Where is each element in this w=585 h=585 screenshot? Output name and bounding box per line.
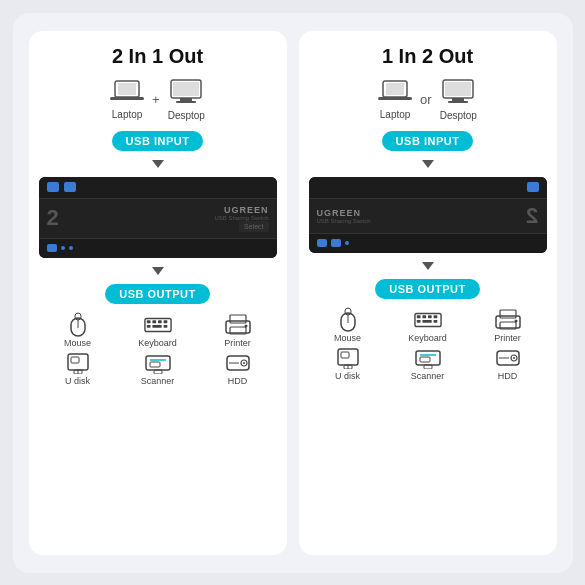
- left-acc-hdd: HDD: [199, 352, 277, 386]
- svg-rect-36: [378, 97, 412, 100]
- left-usb-output-badge: USB OUTPUT: [105, 284, 210, 304]
- right-printer-icon: [494, 309, 522, 331]
- right-keyboard-icon: [414, 309, 442, 331]
- right-udisk-label: U disk: [335, 371, 360, 381]
- left-laptop-label: Laptop: [112, 109, 143, 120]
- right-acc-udisk: U disk: [309, 347, 387, 381]
- desktop-icon: [169, 78, 203, 106]
- mouse-icon: [64, 314, 92, 336]
- left-acc-scanner: Scanner: [119, 352, 197, 386]
- right-usb-port-bottom-2: [331, 239, 341, 247]
- left-usb-port-2: [64, 182, 76, 192]
- svg-rect-13: [158, 320, 162, 323]
- left-accessories-grid: Mouse Keyboard: [39, 314, 277, 386]
- svg-rect-49: [416, 320, 420, 323]
- right-desktop-label: Desptop: [440, 110, 477, 121]
- right-acc-keyboard: Keyboard: [389, 309, 467, 343]
- udisk-icon: [64, 352, 92, 374]
- svg-rect-40: [448, 101, 468, 103]
- right-desktop-icon: [441, 78, 475, 106]
- right-led-1: [345, 241, 349, 245]
- right-device-box: 2 UGREEN USB Sharing Switch: [309, 177, 547, 253]
- right-acc-mouse: Mouse: [309, 309, 387, 343]
- svg-rect-62: [420, 357, 430, 362]
- left-led-1: [61, 246, 65, 250]
- svg-rect-5: [180, 98, 192, 101]
- left-panel-title: 2 In 1 Out: [112, 45, 203, 68]
- svg-rect-51: [433, 320, 437, 323]
- svg-rect-1: [118, 83, 136, 95]
- left-usb-port-1: [47, 182, 59, 192]
- left-brand-name: UGREEN: [224, 205, 269, 215]
- left-acc-udisk: U disk: [39, 352, 117, 386]
- left-brand-sub: USB Sharing Switch: [214, 215, 268, 221]
- svg-point-55: [514, 319, 517, 322]
- right-usb-port-bottom-1: [317, 239, 327, 247]
- right-usb-output-badge: USB OUTPUT: [375, 279, 480, 299]
- svg-rect-15: [146, 325, 150, 328]
- printer-icon: [224, 314, 252, 336]
- svg-rect-4: [173, 82, 199, 96]
- svg-rect-12: [152, 320, 156, 323]
- left-device-middle: 2 UGREEN USB Sharing Switch Select: [39, 199, 277, 238]
- right-device-top: [309, 177, 547, 199]
- left-acc-keyboard: Keyboard: [119, 314, 197, 348]
- left-printer-label: Printer: [224, 338, 251, 348]
- left-desktop-source: Desptop: [168, 78, 205, 121]
- right-mouse-icon: [334, 309, 362, 331]
- right-desktop-source: Desptop: [440, 78, 477, 121]
- left-device-box: 2 UGREEN USB Sharing Switch Select: [39, 177, 277, 258]
- left-device-top: [39, 177, 277, 199]
- svg-rect-14: [163, 320, 167, 323]
- svg-rect-11: [146, 320, 150, 323]
- left-laptop-source: Laptop: [110, 79, 144, 120]
- svg-rect-2: [110, 97, 144, 100]
- svg-rect-28: [150, 362, 160, 367]
- left-keyboard-label: Keyboard: [138, 338, 177, 348]
- left-device-brand: UGREEN USB Sharing Switch Select: [214, 205, 268, 232]
- left-device-bottom: [39, 238, 277, 258]
- svg-point-21: [244, 324, 247, 327]
- right-udisk-icon: [334, 347, 362, 369]
- left-scanner-label: Scanner: [141, 376, 175, 386]
- right-scanner-label: Scanner: [411, 371, 445, 381]
- right-device-number: 2: [526, 205, 538, 227]
- scanner-icon: [144, 352, 172, 374]
- right-hdd-icon: [494, 347, 522, 369]
- svg-rect-46: [422, 315, 426, 318]
- left-device-number: 2: [47, 207, 59, 229]
- right-laptop-icon: [378, 79, 412, 105]
- right-brand-sub: USB Sharing Switch: [317, 218, 371, 224]
- right-mouse-label: Mouse: [334, 333, 361, 343]
- left-arrow-1: [152, 160, 164, 168]
- right-arrow-1: [422, 160, 434, 168]
- right-device-brand: UGREEN USB Sharing Switch: [317, 208, 371, 224]
- svg-rect-47: [428, 315, 432, 318]
- left-led-2: [69, 246, 73, 250]
- right-laptop-source: Laptop: [378, 79, 412, 120]
- left-hdd-label: HDD: [228, 376, 248, 386]
- left-connector: +: [152, 92, 160, 107]
- right-acc-hdd: HDD: [469, 347, 547, 381]
- svg-rect-57: [341, 352, 349, 358]
- svg-rect-53: [500, 310, 516, 318]
- right-usb-input-badge: USB INPUT: [382, 131, 474, 151]
- right-sources-row: Laptop or Desptop: [378, 78, 477, 121]
- laptop-icon: [110, 79, 144, 105]
- left-select-btn: Select: [239, 221, 268, 232]
- left-mouse-label: Mouse: [64, 338, 91, 348]
- svg-rect-6: [176, 101, 196, 103]
- right-usb-port-1: [527, 182, 539, 192]
- right-scanner-icon: [414, 347, 442, 369]
- right-keyboard-label: Keyboard: [408, 333, 447, 343]
- left-acc-mouse: Mouse: [39, 314, 117, 348]
- svg-rect-23: [71, 357, 79, 363]
- left-sources-row: Laptop + Desptop: [110, 78, 205, 121]
- right-brand-name: UGREEN: [317, 208, 362, 218]
- right-connector: or: [420, 92, 432, 107]
- right-acc-scanner: Scanner: [389, 347, 467, 381]
- right-panel: 1 In 2 Out Laptop or Desptop: [299, 31, 557, 555]
- svg-rect-17: [163, 325, 167, 328]
- left-usb-input-badge: USB INPUT: [112, 131, 204, 151]
- main-container: 2 In 1 Out Laptop +: [13, 13, 573, 573]
